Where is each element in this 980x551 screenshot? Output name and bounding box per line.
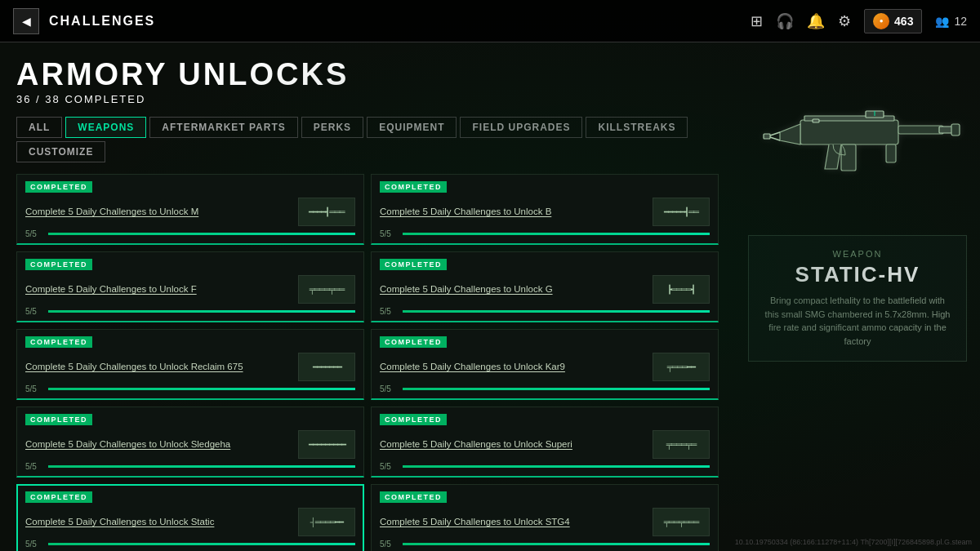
completed-badge: COMPLETED [380, 491, 447, 503]
top-bar: ◀ CHALLENGES ⊞ 🎧 🔔 ⚙ ● 463 👥 12 [0, 0, 980, 42]
weapon-icon: ╤═══━━ [667, 362, 695, 371]
filter-tab-all[interactable]: ALL [16, 117, 62, 138]
challenge-row: Complete 5 Daily Challenges to Unlock M … [25, 198, 355, 226]
weapon-icon: ┣════┫ [667, 285, 695, 294]
progress-label: 5/5 [380, 229, 398, 238]
left-panel: ARMORY UNLOCKS 36 / 38 COMPLETED ALL WEA… [0, 42, 735, 551]
progress-bar-background [403, 465, 710, 468]
weapon-thumbnail: ━━━━━┫══ [653, 198, 710, 226]
progress-bar-fill [403, 233, 710, 235]
challenge-text: Complete 5 Daily Challenges to Unlock Ka… [380, 361, 646, 373]
weapon-icon: ━━━━━┫══ [664, 207, 698, 216]
challenge-card[interactable]: COMPLETED Complete 5 Daily Challenges to… [16, 484, 364, 551]
weapon-thumbnail: ╤═══━━ [653, 353, 710, 381]
filter-tab-field-upgrades[interactable]: FIELD UPGRADES [460, 117, 582, 138]
completed-badge: COMPLETED [380, 336, 447, 348]
challenge-card[interactable]: COMPLETED Complete 5 Daily Challenges to… [16, 407, 364, 478]
challenge-grid: COMPLETED Complete 5 Daily Challenges to… [16, 174, 719, 551]
back-button[interactable]: ◀ [13, 8, 39, 34]
weapon-icon: ┤════━━ [310, 518, 343, 527]
progress-row: 5/5 [25, 540, 355, 549]
progress-row: 5/5 [25, 229, 355, 238]
weapon-thumbnail: ━━━━┫═══ [298, 198, 355, 226]
weapon-thumbnail: ━━━━━━━ [298, 353, 355, 381]
settings-icon[interactable]: ⚙ [838, 12, 851, 30]
completed-badge: COMPLETED [380, 414, 447, 425]
challenge-card[interactable]: COMPLETED Complete 5 Daily Challenges to… [371, 329, 719, 400]
player-value: 12 [954, 15, 967, 28]
filter-tab-aftermarket[interactable]: AFTERMARKET PARTS [149, 117, 297, 138]
completed-badge: COMPLETED [25, 336, 92, 348]
filter-tab-weapons[interactable]: WEAPONS [65, 117, 146, 138]
player-icon: 👥 [935, 15, 949, 28]
weapon-showcase [748, 59, 967, 222]
challenge-card[interactable]: COMPLETED Complete 5 Daily Challenges to… [16, 329, 364, 400]
svg-rect-3 [951, 124, 960, 136]
challenge-text: Complete 5 Daily Challenges to Unlock Sl… [25, 438, 292, 451]
svg-rect-6 [764, 134, 770, 139]
progress-label: 5/5 [25, 229, 43, 238]
headset-icon[interactable]: 🎧 [776, 12, 794, 30]
challenge-row: Complete 5 Daily Challenges to Unlock Re… [25, 353, 355, 381]
progress-bar-fill [403, 543, 710, 545]
main-content: ARMORY UNLOCKS 36 / 38 COMPLETED ALL WEA… [0, 42, 980, 551]
page-subtitle: 36 / 38 COMPLETED [16, 93, 719, 105]
weapon-category: WEAPON [762, 249, 953, 259]
completed-badge: COMPLETED [25, 181, 92, 193]
svg-rect-0 [800, 120, 898, 144]
challenge-text: Complete 5 Daily Challenges to Unlock Su… [380, 438, 646, 451]
weapon-info-box: WEAPON STATIC-HV Bring compact lethality… [748, 235, 967, 362]
grid-icon[interactable]: ⊞ [751, 12, 763, 30]
progress-bar-fill [403, 465, 710, 468]
challenge-card[interactable]: COMPLETED Complete 5 Daily Challenges to… [371, 174, 719, 245]
progress-bar-background [48, 388, 355, 390]
progress-row: 5/5 [25, 307, 355, 316]
weapon-icon: ╤══╤═══ [664, 518, 699, 527]
filter-tab-equipment[interactable]: EQUIPMENT [367, 117, 457, 138]
filter-tab-customize[interactable]: CUSTOMIZE [16, 141, 105, 162]
top-bar-right: ⊞ 🎧 🔔 ⚙ ● 463 👥 12 [751, 9, 967, 33]
challenge-row: Complete 5 Daily Challenges to Unlock F … [25, 275, 355, 304]
progress-bar-fill [48, 543, 355, 545]
weapon-thumbnail: ╤═══╤══ [298, 275, 355, 304]
completed-badge: COMPLETED [380, 259, 447, 270]
challenge-card[interactable]: COMPLETED Complete 5 Daily Challenges to… [371, 251, 719, 322]
weapon-icon: ━━━━━━━━━ [309, 440, 345, 449]
filter-tab-perks[interactable]: PERKS [301, 117, 363, 138]
challenge-row: Complete 5 Daily Challenges to Unlock Sl… [25, 430, 355, 459]
currency-value: 463 [894, 15, 913, 28]
weapon-thumbnail: ━━━━━━━━━ [298, 430, 355, 459]
challenge-row: Complete 5 Daily Challenges to Unlock Su… [380, 430, 710, 459]
progress-label: 5/5 [380, 462, 398, 471]
challenge-card[interactable]: COMPLETED Complete 5 Daily Challenges to… [16, 174, 364, 245]
challenge-card[interactable]: COMPLETED Complete 5 Daily Challenges to… [371, 407, 719, 478]
challenge-text: Complete 5 Daily Challenges to Unlock G [380, 283, 646, 295]
weapon-thumbnail: ┤════━━ [298, 508, 355, 536]
challenge-card[interactable]: COMPLETED Complete 5 Daily Challenges to… [371, 484, 719, 551]
weapon-icon: ━━━━┫═══ [309, 207, 344, 216]
right-panel: WEAPON STATIC-HV Bring compact lethality… [735, 42, 980, 551]
challenge-text: Complete 5 Daily Challenges to Unlock M [25, 206, 292, 218]
progress-row: 5/5 [380, 462, 710, 471]
challenge-card[interactable]: COMPLETED Complete 5 Daily Challenges to… [16, 251, 364, 322]
progress-label: 5/5 [380, 540, 398, 549]
progress-label: 5/5 [25, 307, 43, 316]
progress-label: 5/5 [25, 462, 43, 471]
currency-icon: ● [873, 13, 889, 29]
progress-bar-fill [48, 233, 355, 235]
weapon-description: Bring compact lethality to the battlefie… [762, 294, 953, 348]
weapon-thumbnail: ╤═══╤═ [653, 430, 710, 459]
notification-icon[interactable]: 🔔 [807, 12, 825, 30]
progress-bar-fill [48, 465, 355, 468]
progress-row: 5/5 [25, 384, 355, 393]
filter-tab-killstreaks[interactable]: KILLSTREAKS [586, 117, 688, 138]
progress-bar-fill [48, 310, 355, 313]
svg-rect-12 [886, 144, 896, 162]
progress-row: 5/5 [25, 462, 355, 471]
progress-row: 5/5 [380, 307, 710, 316]
completed-badge: COMPLETED [25, 259, 92, 270]
challenge-row: Complete 5 Daily Challenges to Unlock ST… [380, 508, 710, 536]
weapon-icon: ╤═══╤═ [666, 440, 697, 449]
progress-bar-background [403, 310, 710, 313]
filter-tabs: ALL WEAPONS AFTERMARKET PARTS PERKS EQUI… [16, 117, 719, 162]
